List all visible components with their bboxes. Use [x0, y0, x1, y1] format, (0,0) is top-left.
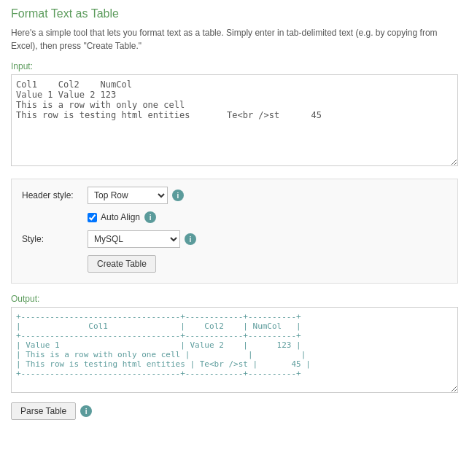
- style-label: Style:: [22, 234, 88, 244]
- style-info-icon[interactable]: i: [185, 233, 196, 245]
- auto-align-info-icon[interactable]: i: [144, 211, 156, 223]
- header-style-select[interactable]: Top RowNo HeaderLeft Column: [88, 187, 168, 204]
- page-title: Format Text as Table: [11, 7, 458, 20]
- auto-align-checkbox[interactable]: [88, 213, 97, 222]
- output-label: Output:: [11, 294, 458, 304]
- page-description: Here's a simple tool that lets you forma…: [11, 26, 458, 52]
- parse-table-button[interactable]: Parse Table: [11, 402, 76, 420]
- output-textarea[interactable]: [11, 307, 458, 393]
- parse-table-info-icon[interactable]: i: [80, 405, 92, 417]
- auto-align-label: Auto Align: [101, 212, 140, 222]
- header-style-label: Header style:: [22, 190, 88, 200]
- header-style-info-icon[interactable]: i: [172, 190, 184, 201]
- create-table-button[interactable]: Create Table: [88, 255, 156, 273]
- style-select[interactable]: MySQLMarkdownReStructured TextPlain: [88, 230, 180, 248]
- input-textarea[interactable]: [11, 74, 458, 166]
- input-label: Input:: [11, 61, 458, 71]
